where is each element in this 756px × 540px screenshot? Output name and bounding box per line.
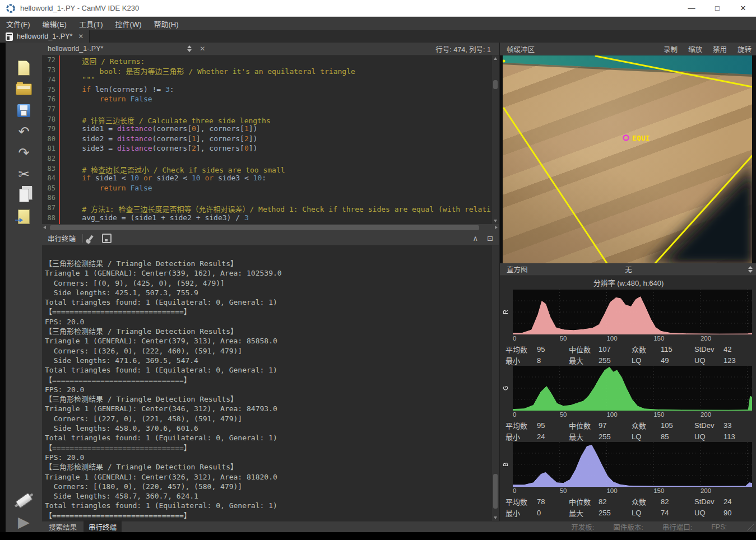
- minimize-button[interactable]: —: [679, 0, 704, 16]
- resize-grip[interactable]: [746, 523, 754, 531]
- scroll-up-icon[interactable]: [494, 57, 497, 60]
- code-editor[interactable]: 72 返回 / Returns:73 bool: 是否为等边三角形 / Whet…: [42, 55, 499, 224]
- code-line: 83 # 检查边长是否过小 / Check if sides are too s…: [42, 164, 499, 174]
- code-token: [64, 117, 82, 125]
- clear-terminal-icon[interactable]: [88, 235, 93, 241]
- code-token: 2: [192, 144, 196, 152]
- menu-item-0[interactable]: 文件(F): [0, 18, 36, 29]
- histogram-section-R: R050100150200平均数95中位数107众数115StDev42最小8最…: [500, 290, 756, 366]
- run-icon[interactable]: ▶: [10, 511, 38, 532]
- editor-scroll-thumb[interactable]: [493, 80, 498, 89]
- stat-label: 最小: [505, 355, 537, 366]
- file-tab[interactable]: helloworld_1-.PY* ✕: [0, 30, 90, 43]
- marker-label: EQUI: [632, 134, 650, 142]
- scroll-right-icon[interactable]: [495, 226, 498, 229]
- stat-label: 最小: [505, 431, 537, 442]
- maximize-button[interactable]: □: [704, 0, 730, 16]
- serial-terminal-output[interactable]: 【三角形检测结果 / Triangle Detection Results】Tr…: [42, 245, 492, 521]
- stat-label: 众数: [632, 496, 661, 507]
- code-token: ]): [249, 124, 258, 133]
- code-line: 78 # 计算三边长度 / Calculate three side lengt…: [42, 115, 499, 125]
- save-icon[interactable]: [10, 100, 38, 121]
- framebuffer-buttons: 录制缩放禁用旋转: [664, 44, 752, 54]
- scroll-down-icon[interactable]: [494, 220, 497, 222]
- canmv-ide-window: helloworld_1-.PY - CanMV IDE K230 — □ ✕ …: [0, 0, 756, 540]
- editor-horizontal-scrollbar[interactable]: [42, 224, 499, 231]
- histogram-mode-select[interactable]: 无: [500, 264, 756, 274]
- line-number: 76: [42, 95, 55, 105]
- stat-value: 78: [537, 497, 569, 506]
- menu-item-1[interactable]: 编辑(E): [36, 18, 73, 29]
- save-icon-shape: [17, 104, 30, 117]
- stat-value: 85: [661, 432, 694, 441]
- close-button[interactable]: ✕: [730, 0, 756, 16]
- terminal-scroll-thumb[interactable]: [493, 474, 498, 509]
- code-line: 85 return False: [42, 184, 499, 194]
- cut-icon[interactable]: ✂: [10, 164, 38, 185]
- menu-item-4[interactable]: 帮助(H): [148, 18, 185, 29]
- stat-label: 中位数: [569, 420, 599, 431]
- editor-close-icon[interactable]: ✕: [200, 45, 205, 53]
- code-token: False: [130, 95, 152, 103]
- code-token: side1 <: [95, 174, 131, 182]
- doc-switcher-spinner-icon[interactable]: [187, 45, 192, 52]
- code-line: 86: [42, 193, 499, 203]
- redo-icon[interactable]: ↷: [10, 142, 38, 164]
- stat-label: LQ: [632, 356, 661, 365]
- stat-value: 33: [723, 421, 752, 430]
- code-text: # 方法1: 检查三边长度是否相等（允许相对误差）/ Method 1: Che…: [64, 203, 491, 213]
- paste-icon[interactable]: [10, 206, 38, 227]
- stat-label: 最大: [569, 431, 599, 442]
- undo-icon[interactable]: ↶: [10, 121, 38, 142]
- code-token: [64, 184, 100, 192]
- stat-label: StDev: [694, 421, 723, 430]
- stat-value: 90: [723, 509, 752, 517]
- framebuffer-button-1[interactable]: 缩放: [688, 44, 702, 54]
- code-token: 0: [192, 124, 196, 133]
- window-title: helloworld_1-.PY - CanMV IDE K230: [20, 4, 139, 12]
- open-folder-icon[interactable]: [10, 78, 38, 100]
- stat-value: 24: [537, 432, 569, 441]
- code-token: side2 <: [152, 174, 192, 182]
- popout-panel-icon[interactable]: ⊡: [487, 234, 493, 243]
- code-token: return: [100, 184, 131, 192]
- framebuffer-button-3[interactable]: 旋转: [738, 44, 752, 54]
- divider: [82, 234, 83, 243]
- editor-hscroll-thumb[interactable]: [50, 225, 479, 230]
- status-tab-1[interactable]: 串行终端: [84, 520, 122, 533]
- framebuffer-title: 帧缓冲区: [507, 44, 535, 54]
- terminal-line: 【三角形检测结果 / Triangle Detection Results】: [45, 462, 492, 472]
- code-token: avg_side = (side1 + side2 + side3) /: [64, 213, 244, 222]
- save-log-icon[interactable]: [102, 234, 112, 243]
- terminal-vertical-scrollbar[interactable]: [492, 245, 499, 521]
- collapse-panel-icon[interactable]: ∧: [473, 234, 479, 243]
- terminal-line: 【三角形检测结果 / Triangle Detection Results】: [45, 259, 492, 268]
- code-token: 2: [244, 134, 249, 143]
- terminal-title: 串行终端: [48, 233, 76, 244]
- code-text: avg_side = (side1 + side2 + side3) / 3: [64, 213, 249, 224]
- tick-label: 50: [560, 487, 567, 494]
- menu-item-2[interactable]: 工具(T): [73, 18, 109, 29]
- window-edge: [0, 532, 756, 540]
- framebuffer-button-0[interactable]: 录制: [664, 44, 678, 54]
- channel-label-G: G: [502, 383, 510, 394]
- editor-panel: helloworld_1-.PY* ✕ 行号: 474, 列号: 1 72 返回…: [42, 43, 499, 521]
- file-type-icon: [6, 32, 13, 41]
- scroll-left-icon[interactable]: [43, 226, 46, 229]
- tab-close-icon[interactable]: ✕: [78, 32, 84, 40]
- connect-icon[interactable]: [10, 490, 38, 511]
- tick-label: 150: [653, 411, 664, 418]
- status-tab-0[interactable]: 搜索结果: [44, 520, 82, 533]
- new-file-icon[interactable]: [10, 57, 38, 78]
- editor-vertical-scrollbar[interactable]: [492, 55, 499, 224]
- framebuffer-button-2[interactable]: 禁用: [713, 44, 727, 54]
- terminal-line: 【三角形检测结果 / Triangle Detection Results】: [45, 327, 492, 336]
- scroll-down-icon[interactable]: [494, 516, 497, 519]
- menu-item-3[interactable]: 控件(W): [109, 18, 148, 29]
- channel-label-B: B: [502, 459, 510, 470]
- stats-grid-R: 平均数95中位数107众数115StDev42最小8最大255LQ49UQ123: [505, 343, 752, 366]
- copy-icon[interactable]: [10, 185, 38, 206]
- line-number: 83: [42, 164, 55, 174]
- code-token: [64, 85, 82, 94]
- changed-lines-marker: [59, 55, 60, 224]
